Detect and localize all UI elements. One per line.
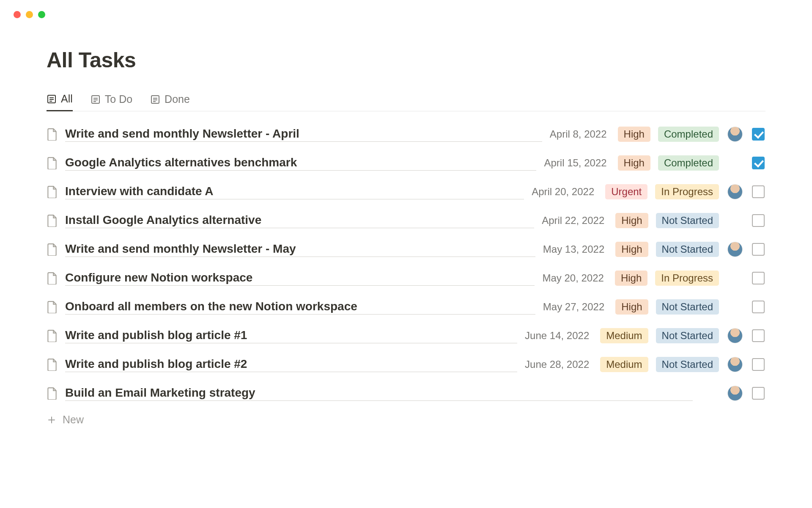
priority-tag-urgent[interactable]: Urgent: [605, 184, 647, 200]
page-content: All Tasks All To Do Done Write and send …: [8, 18, 804, 426]
task-date: May 27, 2022: [543, 301, 608, 313]
task-row: Interview with candidate AApril 20, 2022…: [47, 177, 765, 206]
task-status: Not Started: [656, 299, 719, 315]
task-row: Build an Email Marketing strategy: [47, 379, 765, 408]
task-title[interactable]: Install Google Analytics alternative: [65, 213, 534, 228]
page-icon: [47, 243, 58, 256]
task-priority: Urgent: [605, 184, 647, 200]
task-title[interactable]: Write and send monthly Newsletter - Apri…: [65, 127, 542, 142]
priority-tag-high[interactable]: High: [618, 155, 650, 171]
priority-tag-high[interactable]: High: [615, 271, 647, 286]
task-done-checkbox[interactable]: [752, 272, 765, 284]
status-tag-notstarted[interactable]: Not Started: [656, 213, 719, 229]
task-done-checkbox[interactable]: [752, 243, 765, 256]
page-icon: [47, 301, 58, 313]
priority-tag-high[interactable]: High: [618, 127, 650, 142]
window-close-button[interactable]: [14, 11, 21, 18]
task-assignee: [727, 242, 743, 257]
task-row: Write and publish blog article #2June 28…: [47, 350, 765, 379]
page-icon: [47, 128, 58, 141]
task-status: In Progress: [655, 184, 719, 200]
task-row: Install Google Analytics alternativeApri…: [47, 206, 765, 235]
task-row: Onboard all members on the new Notion wo…: [47, 293, 765, 321]
task-done-checkbox[interactable]: [752, 329, 765, 342]
priority-tag-high[interactable]: High: [615, 213, 648, 229]
avatar[interactable]: [727, 386, 743, 401]
task-done-checkbox[interactable]: [752, 214, 765, 227]
list-view-icon: [47, 94, 57, 104]
task-assignee: [727, 357, 743, 372]
task-done-cell: [751, 272, 765, 284]
window-minimize-button[interactable]: [26, 11, 33, 18]
task-priority: High: [615, 299, 648, 315]
avatar[interactable]: [727, 184, 743, 199]
status-tag-inprogress[interactable]: In Progress: [655, 184, 719, 200]
list-view-icon: [150, 94, 160, 105]
priority-tag-medium[interactable]: Medium: [600, 357, 648, 373]
tab-label: To Do: [105, 93, 132, 105]
priority-tag-high[interactable]: High: [615, 242, 648, 257]
task-priority: High: [618, 127, 650, 142]
task-title[interactable]: Onboard all members on the new Notion wo…: [65, 300, 535, 315]
avatar[interactable]: [727, 357, 743, 372]
status-tag-notstarted[interactable]: Not Started: [656, 299, 719, 315]
task-assignee: [727, 328, 743, 343]
status-tag-completed[interactable]: Completed: [658, 127, 719, 142]
task-title[interactable]: Write and send monthly Newsletter - May: [65, 242, 535, 257]
tab-to-do[interactable]: To Do: [91, 93, 132, 111]
task-title[interactable]: Configure new Notion workspace: [65, 271, 535, 286]
task-row: Write and send monthly Newsletter - Apri…: [47, 120, 765, 149]
priority-tag-medium[interactable]: Medium: [600, 328, 648, 344]
task-priority: High: [615, 271, 647, 286]
task-title[interactable]: Interview with candidate A: [65, 185, 524, 199]
task-date: June 28, 2022: [525, 359, 593, 370]
task-title[interactable]: Write and publish blog article #2: [65, 357, 517, 372]
task-priority: Medium: [600, 328, 648, 344]
task-done-checkbox[interactable]: [752, 358, 765, 371]
tab-all[interactable]: All: [47, 93, 73, 111]
task-done-checkbox[interactable]: [752, 387, 765, 400]
window-zoom-button[interactable]: [38, 11, 45, 18]
list-view-icon: [91, 94, 101, 105]
task-status: Completed: [658, 155, 719, 171]
task-title[interactable]: Google Analytics alternatives benchmark: [65, 156, 536, 171]
task-priority: Medium: [600, 357, 648, 373]
avatar[interactable]: [727, 242, 743, 257]
page-title: All Tasks: [47, 48, 765, 72]
task-status: Not Started: [656, 357, 719, 373]
task-row: Write and send monthly Newsletter - MayM…: [47, 235, 765, 264]
new-task-button[interactable]: New: [47, 414, 765, 426]
page-icon: [47, 358, 58, 371]
task-done-checkbox[interactable]: [752, 157, 765, 169]
task-done-checkbox[interactable]: [752, 185, 765, 198]
task-done-checkbox[interactable]: [752, 128, 765, 141]
task-date: April 8, 2022: [550, 128, 610, 140]
task-done-checkbox[interactable]: [752, 301, 765, 313]
page-icon: [47, 157, 58, 169]
plus-icon: [47, 415, 57, 425]
status-tag-completed[interactable]: Completed: [658, 155, 719, 171]
tab-label: Done: [165, 93, 190, 105]
tab-done[interactable]: Done: [150, 93, 190, 111]
status-tag-notstarted[interactable]: Not Started: [656, 328, 719, 344]
priority-tag-high[interactable]: High: [615, 299, 648, 315]
task-row: Write and publish blog article #1June 14…: [47, 321, 765, 350]
status-tag-notstarted[interactable]: Not Started: [656, 357, 719, 373]
window-traffic-lights: [8, 8, 804, 18]
task-status: In Progress: [655, 271, 719, 286]
task-list: Write and send monthly Newsletter - Apri…: [47, 120, 765, 408]
status-tag-notstarted[interactable]: Not Started: [656, 242, 719, 257]
task-row: Google Analytics alternatives benchmarkA…: [47, 149, 765, 177]
task-done-cell: [751, 387, 765, 400]
status-tag-inprogress[interactable]: In Progress: [655, 271, 719, 286]
avatar[interactable]: [727, 328, 743, 343]
task-priority: High: [618, 155, 650, 171]
task-title[interactable]: Write and publish blog article #1: [65, 329, 517, 343]
view-tabs: All To Do Done: [47, 93, 765, 111]
task-priority: High: [615, 242, 648, 257]
avatar[interactable]: [727, 127, 743, 142]
task-title[interactable]: Build an Email Marketing strategy: [65, 386, 693, 401]
page-icon: [47, 272, 58, 284]
task-status: Not Started: [656, 328, 719, 344]
task-done-cell: [751, 128, 765, 141]
